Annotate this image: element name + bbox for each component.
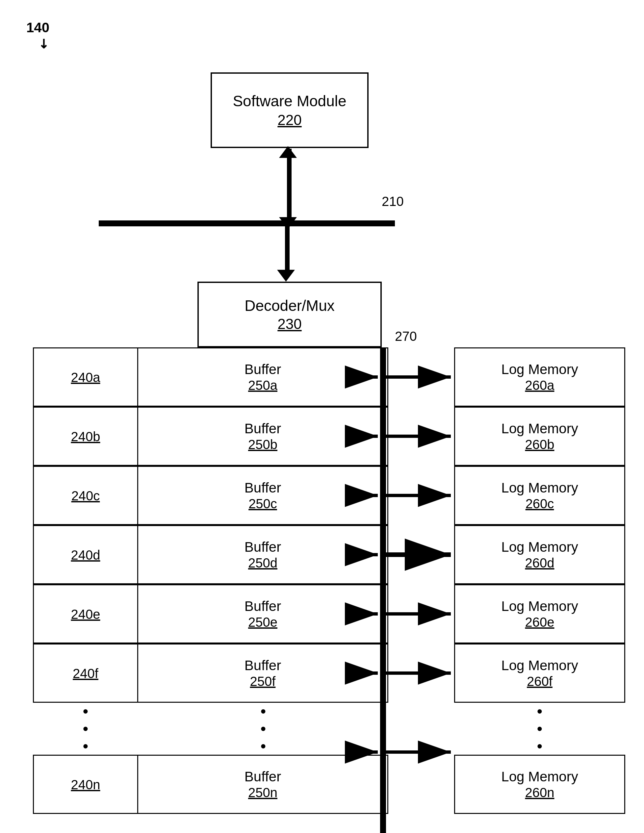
log-cell-a: Log Memory 260a [454,347,625,407]
cell-240c: 240c [33,466,138,525]
buffer-ref-d: 250d [248,556,277,571]
table-area: 240a Buffer 250a 240b Buffer 250b 240c B… [33,347,388,814]
cell-250a: Buffer 250a [138,347,388,407]
line-sm-bus [287,149,291,220]
decoder-ref: 230 [277,316,301,332]
log-cell-b: Log Memory 260b [454,407,625,466]
log-cell-d: Log Memory 260d [454,525,625,584]
cell-250c: Buffer 250c [138,466,388,525]
log-title-f: Log Memory [501,658,578,674]
buffer-ref-b: 250b [248,437,277,452]
log-cell-e: Log Memory 260e [454,584,625,643]
cell-240n: 240n [33,755,138,814]
cell-240f: 240f [33,643,138,703]
log-cell-f: Log Memory 260f [454,643,625,703]
buffer-title-e: Buffer [245,598,281,614]
buffer-ref-e: 250e [248,615,277,630]
ref-240a: 240a [71,370,100,385]
log-ref-d: 260d [525,556,554,571]
cell-240d: 240d [33,525,138,584]
buffer-title-d: Buffer [245,539,281,555]
buffer-title-f: Buffer [245,658,281,674]
table-row: 240a Buffer 250a [33,347,388,407]
log-title-e: Log Memory [501,598,578,614]
dots-row: • • • • • • [33,703,388,755]
buffer-title-b: Buffer [245,421,281,437]
buffer-ref-a: 250a [248,378,277,393]
dots-left: • • • [33,703,138,755]
log-title-b: Log Memory [501,421,578,437]
log-ref-e: 260e [525,615,554,630]
ref-210: 210 [382,194,404,209]
bus-line [99,220,395,226]
cell-250n: Buffer 250n [138,755,388,814]
table-row: 240f Buffer 250f [33,643,388,703]
cell-250b: Buffer 250b [138,407,388,466]
table-row: 240n Buffer 250n [33,755,388,814]
arrowhead-to-decoder [277,270,295,281]
diagram: 140 ↘ Software Module 220 210 Decoder/Mu… [0,0,644,833]
log-ref-f: 260f [527,674,552,689]
software-module-box: Software Module 220 [211,72,369,148]
buffer-ref-c: 250c [248,497,277,511]
buffer-ref-n: 250n [248,785,277,800]
log-ref-n: 260n [525,785,554,800]
table-row: 240b Buffer 250b [33,407,388,466]
log-ref-b: 260b [525,437,554,452]
decoder-box: Decoder/Mux 230 [198,281,382,347]
log-title-d: Log Memory [501,539,578,555]
log-area: Log Memory 260a Log Memory 260b Log Memo… [454,347,625,814]
table-row: 240e Buffer 250e [33,584,388,643]
cell-250d: Buffer 250d [138,525,388,584]
log-ref-c: 260c [525,497,554,511]
cell-240e: 240e [33,584,138,643]
buffer-title-a: Buffer [245,362,281,377]
ref-240n: 240n [71,777,100,792]
buffer-ref-f: 250f [250,674,276,689]
figure-label: 140 [26,20,49,35]
ref-240c: 240c [71,489,100,503]
ref-270: 270 [395,329,417,344]
software-module-ref: 220 [277,112,301,128]
log-title-n: Log Memory [501,769,578,785]
ref-240d: 240d [71,548,100,563]
table-row: 240d Buffer 250d [33,525,388,584]
ref-240b: 240b [71,429,100,444]
cell-240b: 240b [33,407,138,466]
ref-240f: 240f [73,666,98,681]
decoder-title: Decoder/Mux [245,297,335,315]
cell-240a: 240a [33,347,138,407]
figure-arrow: ↘ [35,35,53,52]
log-ref-a: 260a [525,378,554,393]
buffer-title-c: Buffer [245,480,281,496]
cell-250e: Buffer 250e [138,584,388,643]
log-dots: • • • [454,703,625,755]
cell-250f: Buffer 250f [138,643,388,703]
line-bus-decoder [285,226,290,272]
buffer-title-n: Buffer [245,769,281,785]
software-module-title: Software Module [233,92,346,110]
log-title-a: Log Memory [501,362,578,377]
log-title-c: Log Memory [501,480,578,496]
log-cell-n: Log Memory 260n [454,755,625,814]
dots-right: • • • [138,703,388,755]
table-row: 240c Buffer 250c [33,466,388,525]
log-cell-c: Log Memory 260c [454,466,625,525]
ref-240e: 240e [71,607,100,622]
